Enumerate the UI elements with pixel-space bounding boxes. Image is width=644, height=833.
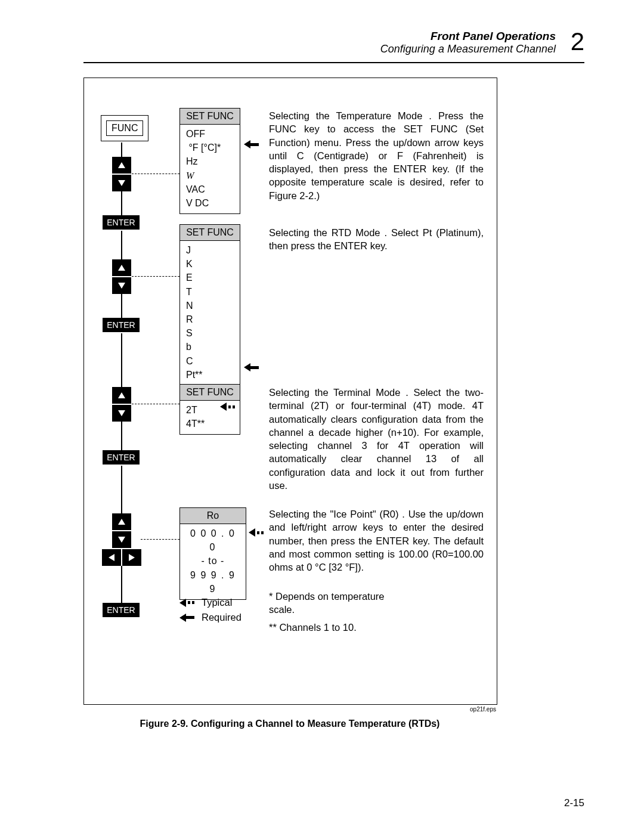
dashed-line — [132, 404, 179, 404]
up-arrow-key — [112, 157, 131, 174]
menu-ro: Ro 0 0 0 . 0 0 - to - 9 9 9 . 9 9 — [179, 507, 246, 600]
desc-ice-point: Selecting the "Ice Point" (R0) . Use the… — [269, 507, 484, 574]
footnote-2: ** Channels 1 to 10. — [269, 622, 424, 633]
page: Front Panel Operations Configuring a Mea… — [0, 0, 644, 833]
menu-item: 4T** — [186, 417, 234, 431]
arrow-pair-4 — [112, 513, 131, 548]
menu-body: 0 0 0 . 0 0 - to - 9 9 9 . 9 9 — [180, 524, 246, 599]
legend-row-required: Required — [179, 612, 242, 623]
func-key: FUNC — [106, 120, 143, 136]
menu-body: OFF °F [°C]* Hz W VAC V DC — [180, 125, 240, 213]
up-arrow-key — [112, 259, 131, 276]
desc-temp-mode: Selecting the Temperature Mode . Press t… — [269, 109, 484, 202]
left-arrow-key — [102, 549, 121, 566]
right-arrow-key — [122, 549, 141, 566]
enter-key: ENTER — [103, 603, 140, 617]
dashed-line — [141, 539, 179, 540]
arrow-pair-3 — [112, 387, 131, 422]
footnote-1: * Depends on temperature scale. — [269, 590, 388, 617]
menu-item: R — [186, 312, 234, 326]
enter-key: ENTER — [103, 215, 140, 230]
figure-caption: Figure 2-9. Configuring a Channel to Mea… — [83, 719, 496, 729]
required-arrow-icon — [244, 140, 259, 148]
connector-line — [121, 143, 122, 157]
ro-range-top: 0 0 0 . 0 0 — [186, 527, 240, 554]
connector-line — [121, 566, 122, 603]
desc-terminal-mode: Selecting the Terminal Mode . Select the… — [269, 386, 484, 492]
menu-item: OFF — [186, 127, 234, 141]
page-number: 2-15 — [564, 797, 584, 809]
menu-item: T — [186, 285, 234, 299]
eps-filename: op21f.eps — [83, 706, 496, 713]
down-arrow-key — [112, 531, 131, 548]
menu-item: K — [186, 257, 234, 271]
required-arrow-icon — [179, 614, 194, 622]
enter-key: ENTER — [103, 318, 140, 332]
enter-key: ENTER — [103, 450, 140, 465]
legend-label: Required — [202, 612, 242, 623]
menu-header: SET FUNC — [180, 225, 240, 241]
menu-item: b — [186, 340, 234, 354]
dashed-line — [132, 276, 179, 277]
menu-item: E — [186, 271, 234, 284]
dashed-line — [132, 174, 179, 174]
menu-header: SET FUNC — [180, 109, 240, 125]
arrow-pair-2 — [112, 259, 131, 294]
down-arrow-key — [112, 175, 131, 191]
menu-item: J — [186, 243, 234, 257]
menu-item: Hz — [186, 154, 234, 168]
required-arrow-icon — [244, 363, 259, 371]
menu-item: W — [186, 169, 234, 182]
connector-line — [121, 466, 122, 513]
typical-arrow-icon — [220, 402, 235, 411]
page-header: Front Panel Operations Configuring a Mea… — [83, 30, 584, 63]
menu-item: S — [186, 326, 234, 340]
menu-item: °F [°C]* — [186, 141, 234, 154]
menu-item: VAC — [186, 182, 234, 196]
ro-range-bot: 9 9 9 . 9 9 — [186, 568, 240, 596]
connector-line — [121, 293, 122, 318]
desc-rtd-mode: Selecting the RTD Mode . Select Pt (Plat… — [269, 226, 484, 253]
typical-arrow-icon — [249, 528, 264, 537]
menu-item: V DC — [186, 196, 234, 210]
menu-item: Pt** — [186, 368, 234, 382]
menu-header: SET FUNC — [180, 385, 240, 401]
menu-body: J K E T N R S b C Pt** — [180, 241, 240, 385]
typical-arrow-icon — [179, 599, 194, 607]
ro-range-mid: - to - — [186, 554, 240, 568]
header-subtitle: Configuring a Measurement Channel — [380, 43, 556, 55]
up-arrow-key — [112, 387, 131, 404]
menu-setfunc-1: SET FUNC OFF °F [°C]* Hz W VAC V DC — [179, 108, 240, 214]
header-title: Front Panel Operations — [431, 30, 556, 43]
arrow-pair-1 — [112, 157, 131, 191]
connector-line — [121, 333, 122, 387]
menu-setfunc-2: SET FUNC J K E T N R S b C Pt** — [179, 224, 240, 386]
legend-row-typical: Typical — [179, 597, 242, 608]
up-arrow-key — [112, 513, 131, 530]
figure-box: FUNC ENTER ENTER — [83, 78, 497, 705]
down-arrow-key — [112, 405, 131, 422]
connector-line — [121, 420, 122, 450]
connector-line — [121, 231, 122, 259]
menu-item: C — [186, 354, 234, 368]
legend-label: Typical — [202, 597, 232, 608]
legend: Typical Required — [179, 597, 242, 627]
chapter-number: 2 — [571, 27, 584, 56]
arrow-pair-lr — [102, 549, 141, 566]
down-arrow-key — [112, 277, 131, 294]
connector-line — [121, 190, 122, 215]
menu-item: N — [186, 299, 234, 312]
menu-header: Ro — [180, 508, 246, 524]
func-key-outer: FUNC — [101, 115, 148, 141]
